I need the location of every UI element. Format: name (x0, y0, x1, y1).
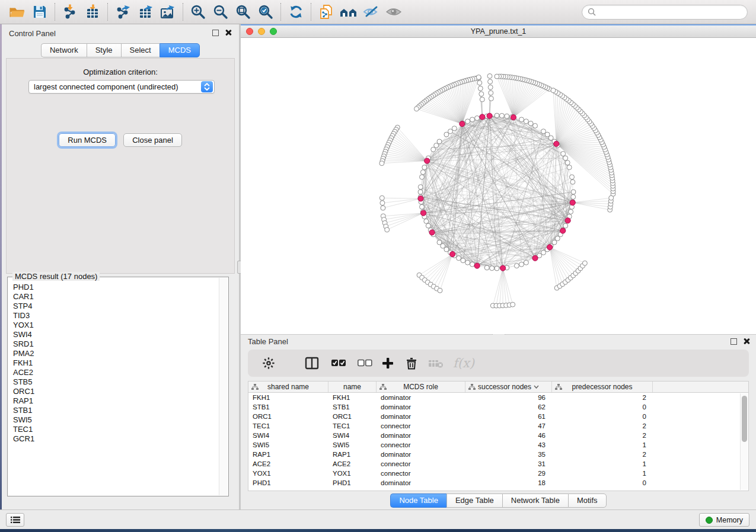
zoom-out-button[interactable] (209, 2, 232, 22)
network-node[interactable] (477, 81, 482, 85)
table-row[interactable]: SWI5SWI5connector431 (248, 440, 748, 450)
tab-edge-table[interactable]: Edge Table (446, 493, 502, 508)
table-scrollbar-thumb[interactable] (742, 396, 747, 442)
tab-node-table[interactable]: Node Table (390, 493, 446, 508)
mcds-hub-node[interactable] (487, 113, 492, 118)
mcds-result-item[interactable]: PHD1 (13, 283, 219, 292)
mcds-hub-node[interactable] (570, 200, 575, 205)
network-node[interactable] (541, 250, 546, 255)
mcds-hub-node[interactable] (532, 255, 538, 261)
mcds-result-item[interactable]: STB1 (13, 406, 219, 415)
network-node[interactable] (571, 190, 576, 194)
network-node[interactable] (379, 161, 384, 166)
network-node[interactable] (563, 156, 568, 161)
mcds-result-item[interactable]: CAR1 (13, 292, 219, 302)
network-node[interactable] (552, 240, 557, 245)
network-node[interactable] (424, 219, 429, 223)
select-all-button[interactable] (331, 358, 346, 368)
network-node[interactable] (465, 260, 470, 265)
mcds-hub-node[interactable] (565, 218, 570, 223)
mcds-hub-node[interactable] (554, 141, 559, 146)
export-image-button[interactable] (157, 2, 179, 22)
network-node[interactable] (519, 262, 524, 267)
network-node[interactable] (475, 116, 480, 120)
mcds-result-item[interactable]: SWI5 (13, 415, 219, 425)
mcds-result-item[interactable]: GCR1 (13, 434, 219, 444)
network-node[interactable] (565, 161, 570, 165)
mcds-result-item[interactable]: STB5 (13, 377, 219, 387)
mcds-result-item[interactable]: ACE2 (13, 368, 219, 377)
network-node[interactable] (420, 175, 425, 180)
tab-network-table[interactable]: Network Table (502, 493, 568, 508)
network-node[interactable] (380, 201, 385, 206)
network-node[interactable] (551, 88, 556, 93)
open-file-button[interactable] (6, 2, 28, 22)
column-header-successor-nodes[interactable]: successor nodes (465, 382, 552, 392)
network-node[interactable] (555, 236, 560, 241)
zoom-selected-button[interactable] (254, 2, 277, 22)
network-node[interactable] (461, 258, 465, 263)
mcds-result-item[interactable]: SWI4 (13, 330, 219, 339)
tab-network[interactable]: Network (41, 43, 87, 57)
delete-table-button[interactable] (428, 358, 444, 368)
export-table-button[interactable] (134, 2, 157, 22)
mcds-result-item[interactable]: STP4 (13, 302, 219, 311)
network-node[interactable] (414, 107, 419, 111)
close-panel-button[interactable]: Close panel (123, 133, 182, 147)
network-node[interactable] (434, 143, 439, 148)
network-node[interactable] (422, 165, 427, 170)
mcds-result-item[interactable]: YOX1 (13, 321, 219, 330)
function-builder-button[interactable]: f(x) (453, 356, 474, 370)
network-node[interactable] (495, 266, 499, 271)
network-canvas[interactable] (241, 38, 756, 334)
network-node[interactable] (470, 117, 475, 122)
network-node[interactable] (561, 152, 566, 156)
network-node[interactable] (418, 190, 423, 194)
first-neighbors-button[interactable] (337, 2, 360, 22)
network-node[interactable] (487, 73, 492, 78)
network-node[interactable] (385, 227, 390, 232)
network-node[interactable] (420, 170, 425, 175)
network-node[interactable] (514, 264, 519, 268)
mcds-hub-node[interactable] (425, 158, 430, 164)
network-node[interactable] (545, 132, 550, 137)
import-table-button[interactable] (81, 2, 104, 22)
table-scrollbar[interactable] (740, 393, 748, 490)
table-row[interactable]: PHD1PHD1dominator180 (248, 478, 748, 488)
network-node[interactable] (488, 79, 493, 84)
table-row[interactable]: ORC1ORC1dominator610 (248, 412, 748, 421)
table-row[interactable]: TEC1TEC1connector472 (248, 421, 748, 431)
network-node[interactable] (505, 114, 509, 118)
network-node[interactable] (571, 194, 576, 199)
import-network-button[interactable] (59, 2, 81, 22)
add-column-button[interactable] (382, 357, 394, 369)
network-node[interactable] (437, 139, 442, 144)
network-node[interactable] (381, 206, 385, 210)
criterion-select[interactable]: largest connected component (undirected) (28, 80, 215, 94)
network-node[interactable] (569, 209, 573, 214)
network-node[interactable] (418, 185, 423, 190)
network-node[interactable] (488, 85, 493, 89)
network-node[interactable] (511, 302, 515, 307)
network-node[interactable] (495, 113, 499, 118)
network-node[interactable] (541, 129, 546, 134)
network-node[interactable] (470, 262, 475, 267)
save-session-button[interactable] (28, 2, 51, 22)
table-row[interactable]: FKH1FKH1dominator962 (248, 393, 748, 402)
result-scrollbar[interactable] (219, 278, 228, 495)
network-node[interactable] (495, 74, 499, 79)
task-history-button[interactable] (6, 513, 24, 527)
table-row[interactable]: STB1STB1dominator620 (248, 402, 748, 412)
float-table-panel-icon[interactable] (731, 338, 737, 345)
network-node[interactable] (490, 266, 495, 271)
network-window-titlebar[interactable]: YPA_prune.txt_1 (241, 25, 756, 38)
delete-column-button[interactable] (406, 357, 417, 370)
column-header-shared-name[interactable]: shared name (248, 382, 328, 392)
network-node[interactable] (524, 260, 528, 265)
split-panel-button[interactable] (305, 357, 319, 370)
network-node[interactable] (452, 126, 457, 131)
network-node[interactable] (426, 223, 430, 228)
tab-motifs[interactable]: Motifs (568, 493, 607, 508)
network-node[interactable] (438, 288, 442, 293)
network-node[interactable] (457, 256, 461, 261)
